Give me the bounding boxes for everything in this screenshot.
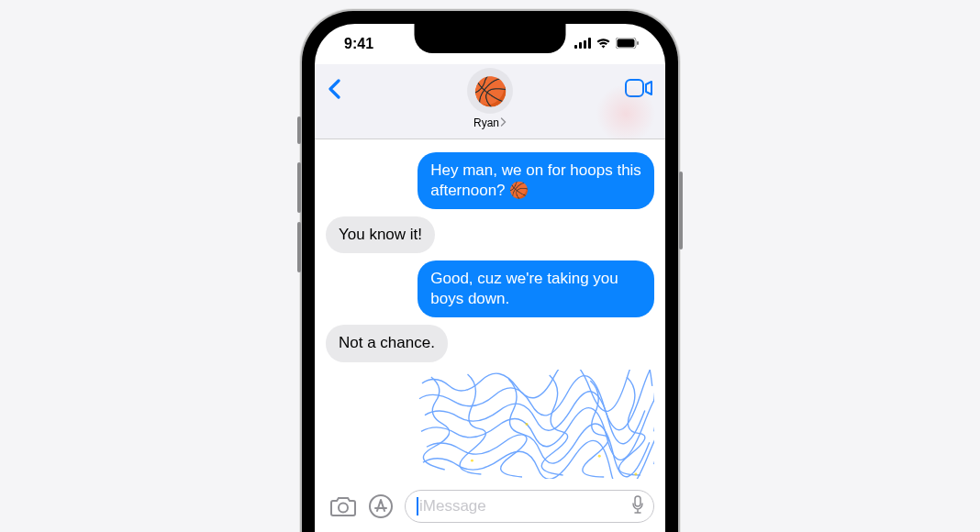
message-bubble-received[interactable]: You know it!	[326, 216, 435, 253]
silent-switch	[297, 116, 301, 144]
message-text: Not a chance.	[339, 334, 435, 351]
svg-rect-2	[584, 40, 586, 49]
messages-list[interactable]: Hey man, we on for hoops this afternoon?…	[315, 139, 665, 502]
nav-header: 🏀 Ryan	[315, 64, 665, 139]
wifi-icon	[596, 36, 611, 52]
back-button[interactable]	[328, 68, 364, 103]
text-cursor	[417, 497, 418, 515]
message-text: You know it!	[339, 226, 422, 243]
invisible-ink-effect[interactable]	[418, 370, 654, 480]
contact-name-row: Ryan	[473, 116, 507, 129]
microphone-icon[interactable]	[631, 495, 644, 517]
notch	[415, 24, 566, 53]
input-placeholder: iMessage	[419, 497, 631, 515]
battery-icon	[616, 36, 640, 52]
app-store-button[interactable]	[368, 493, 394, 519]
volume-up-button	[297, 162, 301, 213]
compose-bar: iMessage	[315, 482, 665, 532]
svg-point-8	[526, 423, 529, 426]
facetime-button[interactable]	[616, 68, 652, 97]
status-right	[574, 36, 640, 52]
screen: 9:41 🏀 Rya	[315, 24, 665, 532]
particle-effect-icon	[418, 370, 654, 479]
camera-button[interactable]	[329, 495, 357, 517]
svg-rect-14	[635, 496, 640, 506]
message-bubble-received[interactable]: Not a chance.	[326, 325, 448, 361]
message-bubble-sent[interactable]: Hey man, we on for hoops this afternoon?…	[418, 152, 654, 209]
message-input[interactable]: iMessage	[405, 490, 654, 523]
message-text: Good, cuz we're taking you boys down.	[430, 270, 618, 307]
side-button	[679, 172, 683, 249]
message-text: Hey man, we on for hoops this afternoon?…	[430, 161, 641, 199]
svg-rect-5	[618, 39, 635, 48]
volume-down-button	[297, 222, 301, 272]
iphone-frame: 9:41 🏀 Rya	[302, 11, 678, 532]
svg-rect-0	[574, 45, 577, 49]
basketball-icon: 🏀	[473, 75, 507, 107]
cellular-icon	[574, 36, 591, 52]
svg-point-13	[370, 495, 392, 517]
contact-info[interactable]: 🏀 Ryan	[364, 68, 616, 129]
contact-name: Ryan	[473, 116, 499, 129]
svg-rect-1	[579, 42, 582, 49]
status-time: 9:41	[344, 36, 373, 52]
svg-point-12	[339, 504, 348, 513]
chevron-right-icon	[500, 116, 507, 129]
svg-point-11	[635, 472, 638, 475]
svg-rect-3	[588, 38, 591, 49]
svg-rect-7	[626, 80, 643, 96]
svg-point-10	[471, 459, 473, 461]
message-bubble-sent[interactable]: Good, cuz we're taking you boys down.	[418, 260, 654, 317]
svg-point-9	[598, 454, 601, 457]
contact-avatar: 🏀	[467, 68, 513, 114]
svg-rect-6	[637, 41, 639, 45]
